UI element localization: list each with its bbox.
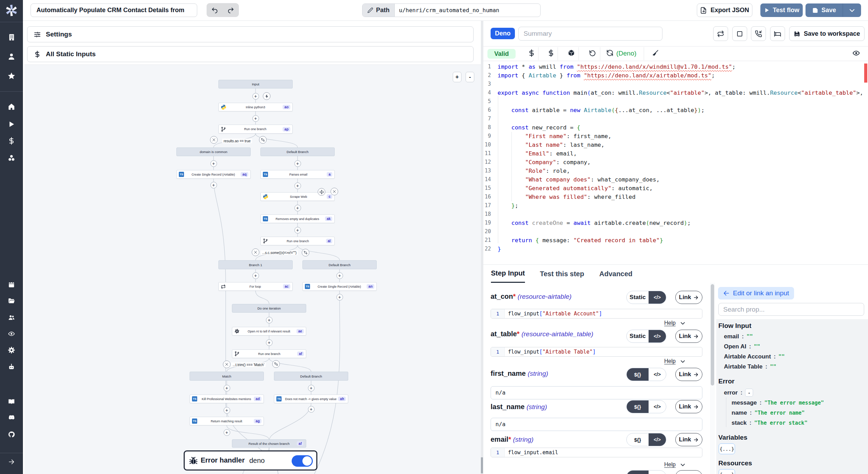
bed-button[interactable] — [770, 26, 785, 41]
play-icon[interactable] — [0, 120, 23, 128]
form-scrollbar[interactable] — [710, 283, 715, 474]
delete-step-button[interactable] — [331, 188, 338, 195]
rotate-ccw-tool-button[interactable] — [589, 49, 596, 57]
book-open-icon[interactable] — [0, 398, 23, 405]
code-mode-segment[interactable]: </> — [649, 433, 666, 446]
phone-incoming-button[interactable] — [751, 26, 766, 41]
add-step-button[interactable]: + — [210, 160, 217, 167]
format-broom-button[interactable] — [652, 49, 659, 57]
boxes-icon[interactable] — [0, 154, 23, 162]
link-button-first_name[interactable]: Link — [675, 368, 702, 381]
trigger-zap-icon[interactable] — [263, 92, 270, 100]
add-step-button[interactable]: + — [252, 93, 259, 100]
prop-search-input[interactable]: Search prop... — [718, 303, 864, 316]
flow-title-input[interactable]: Automatically Populate CRM Contact Detai… — [31, 3, 197, 17]
summary-input[interactable]: Summary — [518, 27, 662, 41]
static-mode-segment[interactable]: Static — [627, 291, 649, 304]
branch-compare-icon[interactable] — [302, 249, 309, 256]
prop-item-name[interactable]: name:"The error name" — [732, 409, 805, 416]
prop-item-Open-AI[interactable]: Open AI:"" — [724, 343, 760, 350]
prop-item-email[interactable]: email:"" — [724, 333, 753, 340]
building-icon[interactable] — [0, 33, 23, 41]
refresh-tool-button[interactable] — [606, 49, 614, 57]
prop-item-stack[interactable]: stack:"The error stack" — [732, 420, 808, 426]
flow-node-default-branch-1[interactable]: Default Branch — [260, 147, 335, 156]
arrow-right-icon[interactable] — [0, 458, 23, 465]
square-button[interactable] — [732, 26, 747, 41]
form-scrollbar-thumb[interactable] — [711, 284, 714, 386]
gear-icon[interactable] — [0, 347, 23, 354]
add-step-button[interactable]: + — [266, 339, 273, 346]
remove-branch-button[interactable] — [223, 361, 231, 368]
flow-node-run-one-branch-af[interactable]: Run one branchaf — [232, 349, 306, 358]
template-mode-segment[interactable]: ${} — [627, 400, 649, 413]
flow-node-create-single-record-an[interactable]: TSCreate Single Record (Airtable)an — [302, 282, 377, 291]
flow-canvas[interactable]: + - InputInline python3aoRun one brancha… — [23, 65, 481, 474]
expr-editor-at_con[interactable]: 1flow_input["Airtable Account"] — [491, 309, 702, 319]
link-button-at_table[interactable]: Link — [675, 330, 702, 343]
add-step-button[interactable]: + — [294, 183, 301, 189]
zoom-in-button[interactable]: + — [453, 72, 461, 82]
code-mode-segment[interactable]: </> — [649, 330, 666, 342]
code-editor[interactable]: 1import * as wmill from "https://deno.la… — [483, 61, 868, 264]
prop-item-Airtable-Table[interactable]: Airtable Table:"" — [724, 363, 776, 370]
add-step-button[interactable]: + — [308, 385, 315, 391]
repeat-button[interactable] — [713, 26, 728, 41]
flow-node-match[interactable]: Match — [190, 372, 264, 381]
prop-item-message[interactable]: message:"The error message" — [732, 399, 824, 406]
link-button-at_con[interactable]: Link — [675, 291, 702, 304]
flow-node-removes-empty[interactable]: TSRemoves empty and duplicatesak — [260, 214, 335, 223]
move-step-handle[interactable] — [318, 188, 325, 196]
remove-branch-button[interactable] — [252, 248, 259, 256]
flow-node-kill-professional[interactable]: TSKill Professional Websites mentionsad — [190, 395, 264, 403]
save-button[interactable]: Save — [806, 3, 843, 17]
path-input[interactable]: u/henri/crm_automated_no_human — [395, 7, 540, 14]
user-icon[interactable] — [0, 52, 23, 61]
code-mode-segment[interactable]: </> — [649, 291, 666, 304]
template-mode-segment[interactable]: ${} — [627, 368, 649, 381]
dollar-icon[interactable] — [0, 137, 23, 145]
add-step-button[interactable]: + — [210, 182, 217, 188]
flow-node-result-chosen-branch[interactable]: Result of the chosen branchaf — [232, 439, 306, 448]
edit-or-link-button[interactable]: Edit or link an input — [718, 287, 794, 299]
flow-node-default-branch-3[interactable]: Default Branch — [274, 372, 348, 381]
bot-icon[interactable] — [0, 363, 23, 370]
tab-step-input[interactable]: Step Input — [491, 265, 525, 283]
flow-node-for-loop[interactable]: For loopac — [218, 282, 293, 291]
save-to-workspace-button[interactable]: Save to workspace — [789, 26, 865, 41]
branch-compare-icon[interactable] — [272, 360, 280, 368]
package-tool-button[interactable] — [568, 49, 575, 57]
code-mode-segment[interactable]: </> — [649, 368, 666, 381]
flow-node-open-ai-relevant[interactable]: Open AI to tell if relevant resultae — [232, 327, 306, 336]
users-icon[interactable] — [0, 314, 23, 321]
expr-editor-email[interactable]: 1flow_input.email — [491, 448, 702, 457]
tab-advanced[interactable]: Advanced — [599, 265, 633, 283]
add-step-button[interactable]: + — [308, 406, 315, 413]
prop-expand-button-variables[interactable]: {...} — [719, 443, 735, 454]
dollar-tool-button[interactable] — [547, 49, 555, 57]
settings-bar[interactable]: Settings — [27, 26, 474, 42]
add-step-button[interactable]: + — [224, 385, 230, 391]
flow-node-branch-1[interactable]: Branch 1 — [218, 260, 293, 269]
add-step-button[interactable]: + — [224, 407, 230, 414]
flow-node-parses-email[interactable]: TSParses emaila — [260, 170, 335, 179]
flow-node-does-not-match[interactable]: TSDoes not match -> gives empty valueah — [274, 395, 348, 403]
remove-branch-button[interactable] — [210, 136, 218, 144]
flow-node-do-one-iteration[interactable]: Do one iteration — [232, 304, 306, 313]
flow-node-return-matching[interactable]: TSReturn matching resultag — [190, 417, 264, 425]
discord-icon[interactable] — [0, 414, 23, 421]
static-mode-segment[interactable]: Static — [627, 330, 649, 342]
prop-expand-button-resources[interactable]: {...} — [719, 469, 735, 474]
flow-node-default-branch-2[interactable]: Default Branch — [302, 260, 377, 269]
add-step-button[interactable]: + — [266, 317, 273, 323]
help-link-at_con[interactable]: Help — [664, 320, 686, 326]
text-input-last_name[interactable]: n/a — [491, 418, 702, 431]
error-handler-node[interactable]: Error handlerdeno — [184, 450, 317, 471]
link-button[interactable]: Link — [675, 470, 702, 474]
home-icon[interactable] — [0, 103, 23, 110]
redo-button[interactable] — [223, 3, 239, 17]
flow-node-domain-is-common[interactable]: domain is common — [176, 147, 251, 156]
test-flow-button[interactable]: Test flow — [760, 3, 803, 17]
help-link-email[interactable]: Help — [664, 462, 686, 468]
add-step-button[interactable]: + — [336, 272, 343, 279]
